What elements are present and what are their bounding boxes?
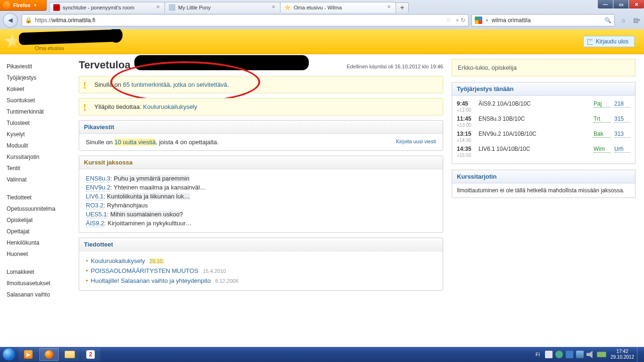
tab-close-icon[interactable]: ✕ bbox=[387, 4, 393, 10]
leftnav-item[interactable]: Opettajat bbox=[7, 226, 70, 237]
leftnav-item[interactable]: Kokeet bbox=[7, 83, 70, 95]
window-close-button[interactable]: ✕ bbox=[629, 0, 644, 8]
news-link[interactable]: Kouluruokailukysely bbox=[91, 257, 145, 264]
taskbar-media-player-icon[interactable]: ▶ bbox=[18, 348, 38, 361]
left-nav: PikaviestitTyöjärjestysKokeetSuoritukset… bbox=[0, 54, 70, 347]
new-tab-button[interactable]: + bbox=[396, 2, 409, 12]
leftnav-item[interactable]: Opiskelijat bbox=[7, 214, 70, 226]
leftnav-item[interactable]: Valinnat bbox=[7, 174, 70, 185]
tab-favicon bbox=[284, 4, 291, 11]
right-column: Erkko-lukio, opiskelija Työjärjestys tän… bbox=[452, 54, 644, 347]
search-icon[interactable]: 🔍 bbox=[604, 17, 611, 24]
bookmarks-menu-icon[interactable]: ▤▾ bbox=[632, 16, 641, 25]
tray-icon[interactable] bbox=[566, 351, 573, 358]
schedule-room-link[interactable]: 315 bbox=[614, 115, 630, 123]
schedule-teacher-link[interactable]: Trt bbox=[594, 115, 611, 123]
taskbar-explorer-icon[interactable] bbox=[60, 348, 80, 361]
box-header: Kurssit jaksossa bbox=[79, 156, 443, 169]
google-icon bbox=[475, 16, 482, 24]
leftnav-item[interactable]: Moduulit bbox=[7, 140, 70, 151]
nav-back-button[interactable]: ◄ bbox=[3, 13, 18, 28]
schedule-room-link[interactable]: 218 bbox=[614, 100, 630, 107]
tray-icon[interactable] bbox=[555, 351, 563, 358]
exclamation-icon: ! bbox=[83, 79, 86, 91]
browser-tab[interactable]: synchtube - ponenyymit's room ✕ bbox=[49, 2, 165, 13]
leftnav-item[interactable]: Tiedotteet bbox=[7, 192, 70, 203]
chevron-down-icon[interactable]: ▼ bbox=[485, 18, 489, 23]
leftnav-item[interactable]: Työjärjestys bbox=[7, 72, 70, 83]
dropdown-icon[interactable]: ▾ bbox=[454, 17, 461, 24]
course-row: ÄIS9.2: Kirjoittaminen ja nykykulttuur… bbox=[86, 219, 436, 228]
alert-text: Sinulla on bbox=[94, 81, 123, 88]
news-link[interactable]: POISSAOLOMÄÄRITYSTEN MUUTOS bbox=[91, 267, 198, 274]
leftnav-item[interactable]: Kyselyt bbox=[7, 129, 70, 140]
window-minimize-button[interactable]: ― bbox=[598, 0, 613, 8]
schedule-end: 13:00 bbox=[457, 123, 630, 128]
tray-language[interactable]: FI bbox=[536, 352, 540, 357]
tray-battery-icon[interactable] bbox=[597, 352, 606, 357]
course-link[interactable]: ÄIS9.2 bbox=[86, 220, 104, 227]
tray-network-icon[interactable] bbox=[576, 351, 584, 358]
leftnav-item[interactable]: Tulosteet bbox=[7, 117, 70, 129]
leftnav-item[interactable]: Tentit bbox=[7, 163, 70, 174]
browser-tab-active[interactable]: Oma etusivu - Wilma ✕ bbox=[280, 2, 396, 13]
course-row: ENS8u.3: Puhu ja ymmärrä paremmin bbox=[86, 174, 436, 183]
taskbar-app-icon[interactable]: 2 bbox=[81, 348, 100, 361]
new-messages-link[interactable]: 10 uutta viestiä bbox=[115, 139, 156, 146]
alert-link[interactable]: Kouluruokailukysely bbox=[143, 103, 197, 110]
leftnav-item[interactable]: Henkilökunta bbox=[7, 237, 70, 248]
schedule-subject: ÄIS9.2 10A/10B/10C bbox=[479, 100, 594, 107]
schedule-teacher-link[interactable]: Paj bbox=[594, 100, 611, 107]
course-link[interactable]: RO3.2 bbox=[86, 202, 104, 209]
schedule-subject: ENS8u.3 10B/10C bbox=[479, 115, 594, 122]
role-info: Erkko-lukio, opiskelija bbox=[452, 59, 636, 76]
window-maximize-button[interactable]: ▭ bbox=[613, 0, 628, 8]
schedule-teacher-link[interactable]: Wim bbox=[594, 146, 611, 153]
search-bar[interactable]: ▼ wilma orimattila 🔍 bbox=[471, 14, 615, 26]
leftnav-item[interactable]: Pikaviestit bbox=[7, 61, 70, 72]
leftnav-item[interactable]: Ilmoitusasetukset bbox=[7, 278, 70, 289]
leftnav-item[interactable]: Salasanan vaihto bbox=[7, 289, 70, 300]
header-subtitle: Oma etusivu bbox=[35, 45, 64, 51]
taskbar-firefox-icon[interactable] bbox=[39, 348, 59, 361]
firefox-label: Firefox bbox=[13, 2, 31, 8]
news-link[interactable]: Huoltajille! Salasanan vaihto ja yhteyde… bbox=[91, 277, 211, 284]
course-link[interactable]: UES5.1 bbox=[86, 211, 107, 218]
panel-header: Työjärjestys tänään bbox=[452, 82, 635, 96]
show-desktop-button[interactable] bbox=[637, 347, 641, 362]
tray-volume-icon[interactable] bbox=[586, 351, 594, 358]
tab-strip: synchtube - ponenyymit's room ✕ My Littl… bbox=[49, 0, 587, 12]
leftnav-item[interactable]: Suoritukset bbox=[7, 95, 70, 106]
alert-link[interactable]: 65 tuntimerkintää, jotka on selvitettävä bbox=[123, 81, 227, 88]
firefox-menu-button[interactable]: Firefox ▼ bbox=[0, 0, 47, 11]
tab-close-icon[interactable]: ✕ bbox=[156, 4, 162, 10]
leftnav-item[interactable]: Huoneet bbox=[7, 248, 70, 260]
tray-clock[interactable]: 17:42 29.10.2012 bbox=[611, 349, 634, 360]
bookmark-star-icon[interactable]: ☆ bbox=[443, 17, 454, 24]
url-bar[interactable]: 🔒 https://wilma.orimattila.fi ☆ ▾ ↻ bbox=[22, 14, 469, 26]
logout-button[interactable]: Kirjaudu ulos bbox=[583, 36, 635, 47]
schedule-room-link[interactable]: Urh bbox=[614, 146, 630, 153]
reload-icon[interactable]: ↻ bbox=[461, 17, 465, 24]
windows-taskbar: ▶ 2 FI 17:42 29.10.2012 bbox=[0, 347, 644, 362]
schedule-room-link[interactable]: 313 bbox=[614, 131, 630, 138]
start-button[interactable] bbox=[0, 347, 18, 362]
course-link[interactable]: ENS8u.3 bbox=[86, 175, 110, 182]
compose-message-link[interactable]: Kirjoita uusi viesti bbox=[396, 139, 436, 144]
tab-title: Oma etusivu - Wilma bbox=[294, 5, 342, 10]
leftnav-item[interactable]: Lomakkeet bbox=[7, 266, 70, 278]
home-icon[interactable]: ⌂ bbox=[619, 16, 628, 25]
leftnav-item[interactable]: Opetussuunnitelma bbox=[7, 203, 70, 214]
browser-tab[interactable]: My Little Pony ✕ bbox=[165, 2, 281, 13]
messages-text: Sinulle on bbox=[86, 139, 115, 146]
course-link[interactable]: LIV6.1 bbox=[86, 193, 104, 200]
leftnav-item[interactable]: Kurssitarjotin bbox=[7, 151, 70, 163]
news-date: 29.10. bbox=[149, 258, 164, 264]
course-link[interactable]: ENV9u.2 bbox=[86, 184, 110, 191]
tab-close-icon[interactable]: ✕ bbox=[272, 4, 277, 10]
schedule-start: 13:15 bbox=[457, 131, 479, 137]
leftnav-item[interactable]: Tuntimerkinnät bbox=[7, 106, 70, 117]
schedule-teacher-link[interactable]: Bak bbox=[594, 131, 611, 138]
alert-admin: ! Ylläpito tiedottaa: Kouluruokailukysel… bbox=[79, 98, 443, 115]
tray-flag-icon[interactable] bbox=[545, 351, 553, 358]
